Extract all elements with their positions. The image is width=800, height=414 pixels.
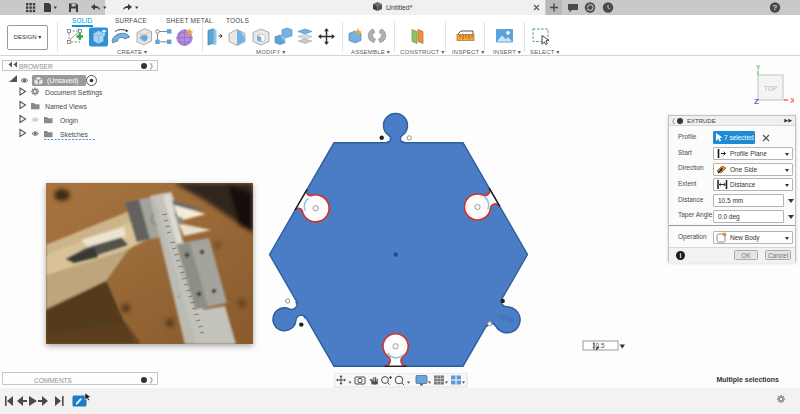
svg-text:Sketches: Sketches [60, 131, 89, 138]
svg-text:?: ? [773, 3, 778, 12]
svg-text:Z: Z [754, 97, 759, 106]
svg-text:Y: Y [756, 64, 761, 71]
svg-text:Origin: Origin [60, 117, 78, 125]
svg-text:X: X [790, 97, 794, 104]
svg-text:(Unsaved): (Unsaved) [47, 77, 78, 85]
svg-text:Document Settings: Document Settings [45, 89, 103, 97]
svg-text:TOP: TOP [764, 85, 777, 92]
svg-text:Named Views: Named Views [45, 103, 87, 110]
